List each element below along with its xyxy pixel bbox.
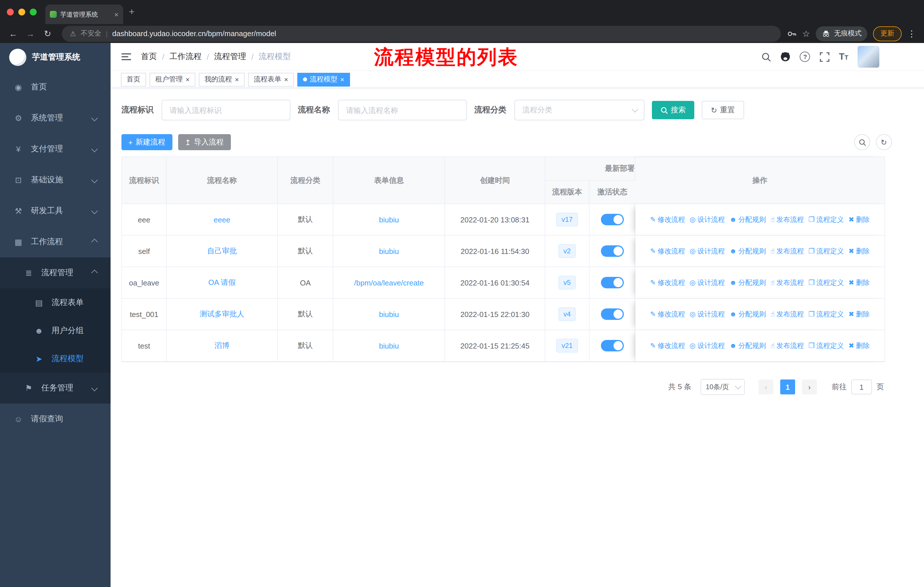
sidebar-item-home[interactable]: ◉ 首页 <box>0 72 111 103</box>
help-icon[interactable]: ? <box>800 51 810 62</box>
reload-button[interactable]: ↻ <box>41 28 54 39</box>
forward-button[interactable]: → <box>23 29 37 38</box>
close-icon[interactable]: × <box>235 75 239 83</box>
action-edit-link[interactable]: ✎修改流程 <box>650 341 685 351</box>
goto-page-input[interactable] <box>851 379 872 394</box>
active-toggle[interactable] <box>601 340 624 351</box>
sidebar-item-devtools[interactable]: ⚒ 研发工具 <box>0 195 111 227</box>
app-logo[interactable]: 芋道管理系统 <box>0 43 111 72</box>
action-publish-link[interactable]: ☝发布流程 <box>771 215 804 225</box>
action-publish-link[interactable]: ☝发布流程 <box>771 341 804 351</box>
action-delete-link[interactable]: ✖删除 <box>848 341 870 351</box>
sidebar-item-workflow[interactable]: ▦ 工作流程 <box>0 227 111 257</box>
model-name-link[interactable]: eeee <box>214 215 230 224</box>
next-page-button[interactable]: › <box>802 379 817 394</box>
active-toggle[interactable] <box>601 214 624 225</box>
action-delete-link[interactable]: ✖删除 <box>848 309 870 319</box>
action-design-link[interactable]: ◎设计流程 <box>690 278 725 288</box>
sidebar-item-process-management[interactable]: ≣ 流程管理 <box>0 257 111 288</box>
sidebar-item-process-form[interactable]: ▤ 流程表单 <box>0 288 111 316</box>
action-definition-link[interactable]: ❐流程定义 <box>808 341 844 351</box>
action-design-link[interactable]: ◎设计流程 <box>690 309 725 319</box>
action-design-link[interactable]: ◎设计流程 <box>690 341 725 351</box>
search-icon[interactable] <box>761 51 771 62</box>
view-tab-my-process[interactable]: 我的流程 × <box>199 73 244 86</box>
close-icon[interactable]: × <box>284 75 288 83</box>
model-name-link[interactable]: OA 请假 <box>208 278 236 287</box>
action-publish-link[interactable]: ☝发布流程 <box>771 309 804 319</box>
action-assign-rule-link[interactable]: ☻分配规则 <box>729 309 766 319</box>
active-toggle[interactable] <box>601 277 624 288</box>
page-number-button[interactable]: 1 <box>780 379 795 394</box>
action-design-link[interactable]: ◎设计流程 <box>690 246 725 256</box>
action-assign-rule-link[interactable]: ☻分配规则 <box>729 215 766 225</box>
tab-close-icon[interactable]: × <box>114 10 119 19</box>
action-delete-link[interactable]: ✖删除 <box>848 278 870 288</box>
new-tab-button[interactable]: + <box>129 6 135 18</box>
sidebar-item-task-management[interactable]: ⚑ 任务管理 <box>0 373 111 403</box>
sidebar-item-process-model[interactable]: ➤ 流程模型 <box>0 344 111 373</box>
prev-page-button[interactable]: ‹ <box>759 379 773 394</box>
process-name-input[interactable] <box>338 100 467 121</box>
action-publish-link[interactable]: ☝发布流程 <box>771 246 804 256</box>
page-size-select[interactable]: 10条/页 <box>701 379 745 395</box>
process-key-input[interactable] <box>162 100 290 121</box>
update-button[interactable]: 更新 <box>873 26 902 41</box>
action-edit-link[interactable]: ✎修改流程 <box>650 278 685 288</box>
breadcrumb-item-home[interactable]: 首页 <box>141 51 157 62</box>
browser-menu-icon[interactable]: ⋮ <box>908 28 916 39</box>
form-info-link[interactable]: biubiu <box>379 341 399 350</box>
breadcrumb-item-workflow[interactable]: 工作流程 <box>170 51 201 62</box>
action-definition-link[interactable]: ❐流程定义 <box>808 309 844 319</box>
action-design-link[interactable]: ◎设计流程 <box>690 215 725 225</box>
active-toggle[interactable] <box>601 245 624 257</box>
action-definition-link[interactable]: ❐流程定义 <box>808 246 844 256</box>
github-icon[interactable] <box>780 51 791 62</box>
fullscreen-icon[interactable] <box>820 51 830 62</box>
close-icon[interactable]: × <box>186 75 190 83</box>
import-process-button[interactable]: ↥ 导入流程 <box>178 134 231 150</box>
close-icon[interactable]: × <box>340 75 344 83</box>
reset-button[interactable]: ↻ 重置 <box>702 101 744 119</box>
active-toggle[interactable] <box>601 308 624 320</box>
view-tab-tenant[interactable]: 租户管理 × <box>150 73 195 86</box>
browser-tab[interactable]: 芋道管理系统 × <box>45 5 123 24</box>
action-edit-link[interactable]: ✎修改流程 <box>650 215 685 225</box>
action-assign-rule-link[interactable]: ☻分配规则 <box>729 278 766 288</box>
sidebar-item-payment[interactable]: ¥ 支付管理 <box>0 134 111 165</box>
font-size-icon[interactable]: TT <box>839 51 848 62</box>
action-definition-link[interactable]: ❐流程定义 <box>808 278 844 288</box>
action-assign-rule-link[interactable]: ☻分配规则 <box>729 246 766 256</box>
form-info-link[interactable]: /bpm/oa/leave/create <box>354 278 424 287</box>
action-edit-link[interactable]: ✎修改流程 <box>650 309 685 319</box>
sidebar-item-infrastructure[interactable]: ⊡ 基础设施 <box>0 165 111 195</box>
window-minimize-button[interactable] <box>18 8 25 15</box>
window-close-button[interactable] <box>7 8 14 15</box>
model-name-link[interactable]: 测试多审批人 <box>200 309 244 318</box>
process-category-select[interactable]: 流程分类 <box>515 100 644 121</box>
action-edit-link[interactable]: ✎修改流程 <box>650 246 685 256</box>
sidebar-item-user-group[interactable]: ☻ 用户分组 <box>0 316 111 344</box>
sidebar-item-system[interactable]: ⚙ 系统管理 <box>0 103 111 134</box>
sidebar-item-leave-query[interactable]: ☺ 请假查询 <box>0 403 111 435</box>
action-definition-link[interactable]: ❐流程定义 <box>808 215 844 225</box>
search-button[interactable]: 搜索 <box>652 101 694 119</box>
action-publish-link[interactable]: ☝发布流程 <box>771 278 804 288</box>
action-assign-rule-link[interactable]: ☻分配规则 <box>729 341 766 351</box>
action-delete-link[interactable]: ✖删除 <box>848 246 870 256</box>
user-avatar[interactable] <box>858 46 879 68</box>
toggle-search-button[interactable] <box>854 134 870 150</box>
bookmark-star-icon[interactable]: ☆ <box>802 28 810 39</box>
form-info-link[interactable]: biubiu <box>379 310 399 318</box>
password-key-icon[interactable] <box>786 28 797 39</box>
form-info-link[interactable]: biubiu <box>379 215 399 224</box>
view-tab-process-model[interactable]: 流程模型 × <box>297 73 350 86</box>
view-tab-home[interactable]: 首页 <box>121 73 146 86</box>
address-bar[interactable]: ⚠ 不安全 | dashboard.yudao.iocoder.cn/bpm/m… <box>62 25 780 41</box>
model-name-link[interactable]: 滔博 <box>214 341 229 350</box>
form-info-link[interactable]: biubiu <box>379 247 399 255</box>
hamburger-icon[interactable] <box>121 53 131 60</box>
back-button[interactable]: ← <box>6 29 20 38</box>
refresh-table-button[interactable]: ↻ <box>876 134 892 150</box>
create-process-button[interactable]: + 新建流程 <box>121 134 172 150</box>
